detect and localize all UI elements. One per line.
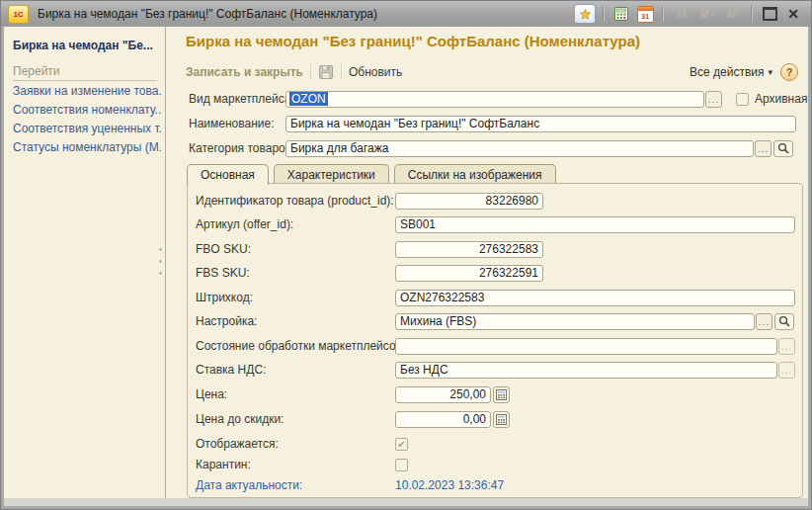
archive-checkbox[interactable] bbox=[736, 93, 749, 106]
processing-state-select-button[interactable]: ... bbox=[778, 338, 795, 355]
processing-state-input[interactable] bbox=[395, 338, 777, 355]
marketplace-input[interactable]: OZON bbox=[285, 91, 704, 108]
toolbar-separator bbox=[310, 64, 311, 80]
calculator-button[interactable] bbox=[611, 5, 631, 23]
category-input[interactable] bbox=[285, 140, 754, 157]
offer-id-input[interactable] bbox=[395, 216, 795, 233]
calendar-button[interactable]: 31 bbox=[635, 5, 655, 23]
page-title: Бирка на чемодан "Без границ!" СофтБалан… bbox=[186, 33, 640, 49]
calendar-icon: 31 bbox=[637, 6, 654, 23]
setting-search-button[interactable] bbox=[774, 313, 794, 330]
marketplace-label: Вид маркетплейса: bbox=[189, 92, 285, 106]
marketplace-selected-value: OZON bbox=[289, 92, 328, 106]
splitter-grip-dot bbox=[159, 248, 162, 251]
fbo-sku-row: FBO SKU: bbox=[196, 240, 795, 258]
sidebar-link-discounted-matches[interactable]: Соответствия уцененных т... bbox=[13, 122, 161, 135]
setting-row: Настройка: ... bbox=[196, 312, 795, 330]
vat-input[interactable] bbox=[395, 362, 777, 379]
calculator-icon bbox=[496, 389, 507, 400]
memory-m-button[interactable]: M bbox=[671, 8, 692, 20]
actual-date-label: Дата актуальности: bbox=[196, 478, 395, 492]
price-row: Цена: bbox=[196, 385, 795, 403]
favorites-button[interactable] bbox=[574, 4, 596, 24]
calculator-icon bbox=[496, 414, 507, 425]
product-id-input[interactable] bbox=[395, 193, 543, 210]
toolbar-separator bbox=[341, 64, 342, 80]
setting-label: Настройка: bbox=[196, 314, 395, 328]
quarantine-checkbox[interactable] bbox=[395, 459, 408, 471]
vat-select-button[interactable]: ... bbox=[778, 362, 795, 379]
barcode-label: Штрихкод: bbox=[196, 291, 395, 304]
splitter-grip-dot bbox=[159, 272, 162, 275]
help-button[interactable]: ? bbox=[780, 63, 798, 81]
titlebar-separator bbox=[603, 6, 605, 22]
window-content: Бирка на чемодан "Бе... Перейти Заявки н… bbox=[4, 27, 808, 498]
tab-characteristics[interactable]: Характеристики bbox=[274, 164, 389, 184]
splitter-grip-dot bbox=[159, 260, 162, 263]
close-button[interactable]: ✕ bbox=[783, 6, 803, 22]
vat-row: Ставка НДС: ... bbox=[196, 361, 795, 379]
sidebar-link-nomenclature-statuses[interactable]: Статусы номенклатуры (М... bbox=[13, 140, 161, 154]
refresh-button[interactable]: Обновить bbox=[349, 65, 402, 79]
all-actions-button[interactable]: Все действия ▾ bbox=[690, 65, 772, 79]
memory-m-plus-button[interactable]: M+ bbox=[696, 8, 718, 20]
setting-select-button[interactable]: ... bbox=[756, 313, 772, 330]
magnifier-icon bbox=[778, 315, 790, 327]
titlebar-separator bbox=[662, 6, 664, 22]
product-id-row: Идентификатор товара (product_id): bbox=[196, 192, 795, 210]
processing-state-label: Состояние обработки маркетплейсом: bbox=[196, 339, 395, 353]
save-and-close-button[interactable]: Записать и закрыть bbox=[186, 65, 303, 79]
sidebar-nav-header: Перейти bbox=[13, 64, 157, 81]
main-panel: Бирка на чемодан "Без границ!" СофтБалан… bbox=[172, 27, 808, 498]
chevron-down-icon: ▾ bbox=[768, 67, 772, 77]
name-field-row: Наименование: bbox=[189, 115, 796, 132]
price-before-discount-label: Цена до скидки: bbox=[196, 412, 395, 426]
tab-strip: Основная Характеристики Ссылки на изобра… bbox=[187, 164, 556, 184]
fbo-sku-label: FBO SKU: bbox=[196, 242, 395, 256]
tab-image-links[interactable]: Ссылки на изображения bbox=[394, 164, 556, 184]
fbo-sku-input[interactable] bbox=[395, 241, 543, 258]
price-before-discount-row: Цена до скидки: bbox=[196, 410, 795, 428]
price-before-discount-input[interactable] bbox=[395, 411, 491, 428]
titlebar-buttons: 31 M M+ M- ✕ bbox=[574, 4, 811, 24]
maximize-button[interactable] bbox=[760, 5, 779, 23]
barcode-input[interactable] bbox=[395, 290, 795, 306]
marketplace-select-button[interactable]: ... bbox=[705, 91, 722, 108]
sidebar-splitter[interactable] bbox=[157, 27, 165, 498]
product-id-label: Идентификатор товара (product_id): bbox=[196, 194, 395, 208]
quarantine-label: Карантин: bbox=[196, 458, 395, 471]
memory-m-minus-button[interactable]: M- bbox=[722, 8, 744, 20]
star-icon bbox=[580, 9, 591, 20]
price-calculator-button[interactable] bbox=[493, 386, 510, 403]
sidebar-object-title: Бирка на чемодан "Бе... bbox=[13, 39, 157, 52]
category-search-button[interactable] bbox=[773, 140, 793, 157]
price-input[interactable] bbox=[395, 386, 491, 403]
name-label: Наименование: bbox=[189, 117, 285, 130]
app-logo-1c-icon: 1С bbox=[8, 5, 29, 24]
category-select-button[interactable]: ... bbox=[755, 140, 771, 157]
application-window: 1С Бирка на чемодан "Без границ!" СофтБа… bbox=[0, 0, 812, 510]
save-button[interactable] bbox=[318, 64, 334, 80]
main-tab-content: Идентификатор товара (product_id): Артик… bbox=[187, 183, 803, 498]
displayed-checkbox[interactable]: ✔ bbox=[395, 438, 408, 451]
navigation-sidebar: Бирка на чемодан "Бе... Перейти Заявки н… bbox=[4, 27, 160, 498]
actual-date-value: 10.02.2023 13:36:47 bbox=[395, 478, 595, 492]
fbs-sku-input[interactable] bbox=[395, 265, 543, 282]
floppy-save-icon bbox=[318, 64, 334, 80]
tab-main[interactable]: Основная bbox=[187, 164, 269, 185]
vat-label: Ставка НДС: bbox=[196, 363, 395, 377]
sidebar-link-nomenclature-matches[interactable]: Соответствия номенклату... bbox=[13, 103, 161, 117]
displayed-row: Отображается: ✔ bbox=[196, 435, 795, 453]
offer-id-label: Артикул (offer_id): bbox=[196, 217, 395, 231]
price-before-discount-calculator-button[interactable] bbox=[493, 411, 510, 428]
price-label: Цена: bbox=[196, 387, 395, 401]
sidebar-link-change-requests[interactable]: Заявки на изменение това... bbox=[13, 84, 161, 98]
form-toolbar: Записать и закрыть Обновить Все действия… bbox=[186, 62, 798, 82]
title-bar[interactable]: 1С Бирка на чемодан "Без границ!" СофтБа… bbox=[1, 1, 811, 27]
setting-input[interactable] bbox=[395, 313, 755, 330]
category-label: Категория товаров: bbox=[189, 141, 285, 155]
window-title: Бирка на чемодан "Без границ!" СофтБалан… bbox=[38, 7, 377, 21]
all-actions-label: Все действия bbox=[690, 65, 764, 79]
category-field-row: Категория товаров: ... bbox=[189, 139, 793, 157]
name-input[interactable] bbox=[285, 116, 796, 132]
